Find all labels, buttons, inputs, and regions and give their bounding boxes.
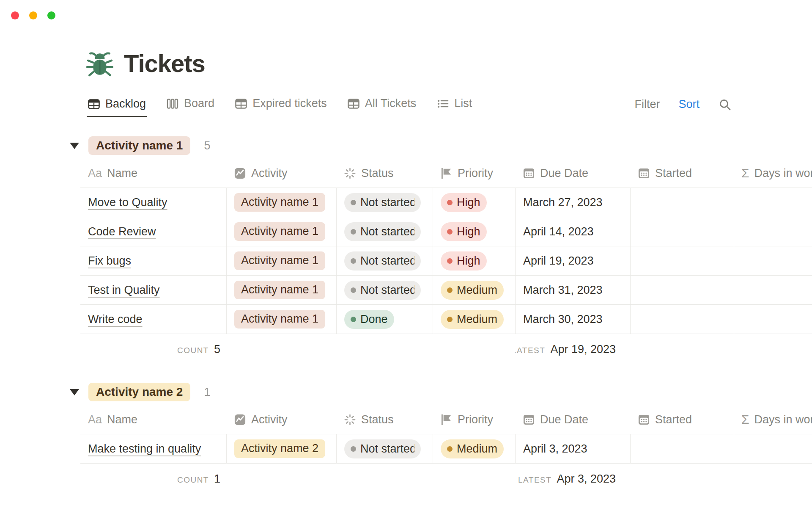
tab-list[interactable]: List: [436, 92, 473, 117]
status-pill[interactable]: Not started: [344, 193, 421, 212]
cell-name[interactable]: Move to Quality: [80, 188, 226, 217]
cell-activity[interactable]: Activity name 1: [226, 276, 336, 304]
column-header-name[interactable]: Aa Name: [80, 405, 226, 434]
cell-started[interactable]: [630, 434, 734, 463]
activity-tag[interactable]: Activity name 1: [234, 310, 325, 329]
cell-started[interactable]: [630, 217, 734, 246]
cell-status[interactable]: Not started: [336, 434, 433, 463]
status-pill[interactable]: Not started: [344, 222, 421, 241]
group-tag[interactable]: Activity name 1: [88, 136, 190, 155]
cell-due-date[interactable]: April 3, 2023: [515, 434, 630, 463]
cell-days-in-work[interactable]: [734, 217, 812, 246]
priority-pill[interactable]: Medium: [441, 281, 504, 300]
ticket-name[interactable]: Test in Quality: [88, 284, 160, 297]
priority-pill[interactable]: High: [441, 222, 487, 241]
priority-pill[interactable]: Medium: [441, 310, 504, 329]
cell-due-date[interactable]: April 19, 2023: [515, 246, 630, 275]
ticket-name[interactable]: Write code: [88, 313, 143, 326]
cell-priority[interactable]: High: [433, 217, 515, 246]
cell-activity[interactable]: Activity name 1: [226, 305, 336, 334]
status-pill[interactable]: Not started: [344, 251, 421, 271]
collapse-triangle-icon[interactable]: [70, 143, 79, 149]
cell-due-date[interactable]: March 27, 2023: [515, 188, 630, 217]
column-header-status[interactable]: Status: [336, 405, 433, 434]
cell-started[interactable]: [630, 246, 734, 275]
cell-priority[interactable]: High: [433, 188, 515, 217]
cell-priority[interactable]: Medium: [433, 305, 515, 334]
cell-status[interactable]: Done: [336, 305, 433, 334]
column-header-status[interactable]: Status: [336, 159, 433, 188]
filter-button[interactable]: Filter: [634, 98, 660, 111]
cell-started[interactable]: [630, 276, 734, 304]
column-header-started[interactable]: Started: [630, 159, 734, 188]
priority-pill[interactable]: High: [441, 251, 487, 271]
ticket-name[interactable]: Move to Quality: [88, 196, 167, 209]
latest-aggregate[interactable]: LATEST Apr 3, 2023: [515, 472, 616, 486]
ticket-name[interactable]: Make testing in quality: [88, 442, 201, 456]
column-header-activity[interactable]: Activity: [226, 159, 336, 188]
activity-tag[interactable]: Activity name 2: [234, 439, 325, 458]
ticket-name[interactable]: Fix bugs: [88, 254, 131, 268]
count-aggregate[interactable]: COUNT 1: [80, 472, 226, 486]
cell-started[interactable]: [630, 188, 734, 217]
search-icon[interactable]: [718, 98, 732, 111]
column-header-due-date[interactable]: Due Date: [515, 159, 630, 188]
column-header-priority[interactable]: Priority: [433, 159, 515, 188]
cell-due-date[interactable]: April 14, 2023: [515, 217, 630, 246]
tab-board[interactable]: Board: [165, 92, 215, 117]
cell-days-in-work[interactable]: [734, 276, 812, 304]
column-header-started[interactable]: Started: [630, 405, 734, 434]
minimize-window-button[interactable]: [29, 11, 37, 19]
activity-tag[interactable]: Activity name 1: [234, 281, 325, 299]
column-header-days-in-work[interactable]: Σ Days in work: [734, 405, 812, 434]
cell-name[interactable]: Fix bugs: [80, 246, 226, 275]
cell-days-in-work[interactable]: [734, 246, 812, 275]
priority-pill[interactable]: Medium: [441, 439, 504, 458]
sort-button[interactable]: Sort: [678, 98, 700, 111]
group-tag[interactable]: Activity name 2: [88, 383, 190, 401]
cell-status[interactable]: Not started: [336, 246, 433, 275]
cell-due-date[interactable]: March 31, 2023: [515, 276, 630, 304]
cell-started[interactable]: [630, 305, 734, 334]
zoom-window-button[interactable]: [47, 11, 55, 19]
cell-name[interactable]: Make testing in quality: [80, 434, 226, 463]
activity-tag[interactable]: Activity name 1: [234, 193, 325, 212]
cell-status[interactable]: Not started: [336, 217, 433, 246]
ticket-name[interactable]: Code Review: [88, 225, 156, 238]
cell-name[interactable]: Write code: [80, 305, 226, 334]
activity-tag[interactable]: Activity name 1: [234, 251, 325, 270]
cell-name[interactable]: Code Review: [80, 217, 226, 246]
cell-status[interactable]: Not started: [336, 188, 433, 217]
column-header-activity[interactable]: Activity: [226, 405, 336, 434]
cell-name[interactable]: Test in Quality: [80, 276, 226, 304]
cell-priority[interactable]: High: [433, 246, 515, 275]
cell-activity[interactable]: Activity name 1: [226, 188, 336, 217]
close-window-button[interactable]: [11, 11, 19, 19]
column-header-name[interactable]: Aa Name: [80, 159, 226, 188]
page-title[interactable]: Tickets: [124, 49, 205, 77]
bug-icon[interactable]: [86, 50, 114, 77]
cell-days-in-work[interactable]: [734, 434, 812, 463]
cell-activity[interactable]: Activity name 2: [226, 434, 336, 463]
tab-backlog[interactable]: Backlog: [87, 92, 147, 117]
cell-due-date[interactable]: March 30, 2023: [515, 305, 630, 334]
column-header-priority[interactable]: Priority: [433, 405, 515, 434]
cell-activity[interactable]: Activity name 1: [226, 246, 336, 275]
tab-all-tickets[interactable]: All Tickets: [346, 92, 417, 117]
activity-tag[interactable]: Activity name 1: [234, 222, 325, 241]
status-pill[interactable]: Not started: [344, 439, 421, 458]
tab-expired-tickets[interactable]: Expired tickets: [234, 92, 328, 117]
cell-priority[interactable]: Medium: [433, 434, 515, 463]
cell-days-in-work[interactable]: [734, 188, 812, 217]
status-pill[interactable]: Done: [344, 310, 394, 329]
latest-aggregate[interactable]: LATEST Apr 19, 2023: [515, 343, 616, 356]
cell-activity[interactable]: Activity name 1: [226, 217, 336, 246]
collapse-triangle-icon[interactable]: [70, 389, 79, 395]
cell-days-in-work[interactable]: [734, 305, 812, 334]
cell-priority[interactable]: Medium: [433, 276, 515, 304]
priority-pill[interactable]: High: [441, 193, 487, 212]
cell-status[interactable]: Not started: [336, 276, 433, 304]
column-header-days-in-work[interactable]: Σ Days in work: [734, 159, 812, 188]
count-aggregate[interactable]: COUNT 5: [80, 343, 226, 356]
status-pill[interactable]: Not started: [344, 281, 421, 300]
